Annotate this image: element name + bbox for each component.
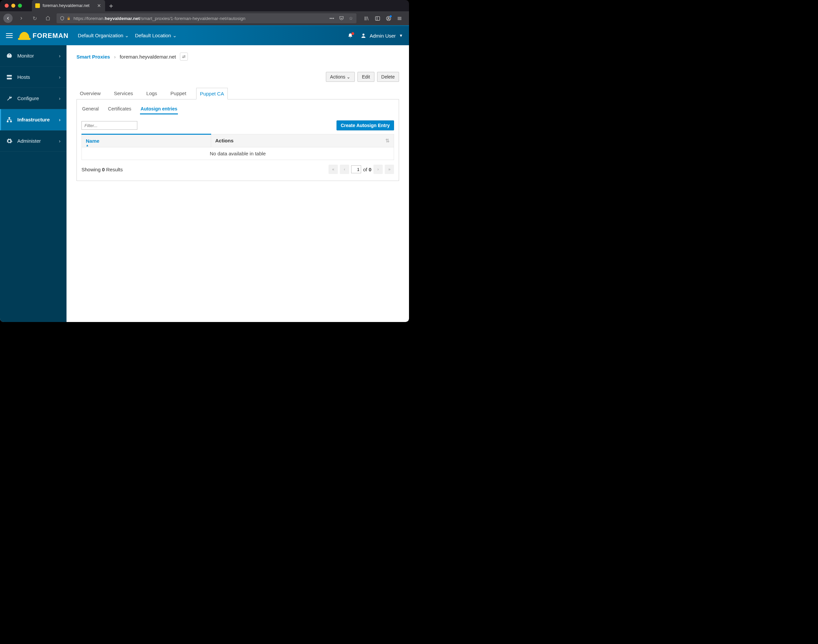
svg-rect-4 bbox=[375, 16, 380, 20]
pager-next-button[interactable]: › bbox=[374, 165, 383, 174]
sidebar-item-monitor[interactable]: Monitor › bbox=[0, 45, 66, 66]
organization-dropdown[interactable]: Default Organization bbox=[78, 32, 129, 38]
server-icon bbox=[6, 74, 13, 81]
window-close-icon[interactable] bbox=[5, 4, 9, 8]
page-actions: Actions ⌄ Edit Delete bbox=[77, 72, 399, 82]
svg-rect-18 bbox=[10, 121, 12, 122]
autosign-table: Name ▴ Actions ⇅ No dat bbox=[81, 134, 394, 160]
foreman-app: FOREMAN Default Organization Default Loc… bbox=[0, 26, 409, 322]
svg-point-14 bbox=[8, 75, 8, 76]
window-minimize-icon[interactable] bbox=[11, 4, 15, 8]
brand[interactable]: FOREMAN bbox=[19, 32, 69, 40]
pager-of-label: of 0 bbox=[363, 167, 371, 172]
pager-first-button[interactable]: « bbox=[329, 165, 338, 174]
svg-rect-16 bbox=[9, 117, 10, 118]
favicon-icon bbox=[35, 3, 40, 8]
sidebar-item-infrastructure[interactable]: Infrastructure › bbox=[0, 109, 66, 130]
filter-input[interactable] bbox=[81, 121, 137, 130]
svg-point-7 bbox=[388, 17, 389, 18]
tab-puppet-ca[interactable]: Puppet CA bbox=[196, 88, 228, 100]
location-dropdown[interactable]: Default Location bbox=[135, 32, 177, 38]
pager-page-input[interactable] bbox=[351, 165, 361, 173]
bookmark-star-icon[interactable]: ☆ bbox=[349, 15, 353, 21]
svg-point-15 bbox=[8, 78, 8, 79]
sidebar: Monitor › Hosts › Configure › Infrastruc… bbox=[0, 45, 66, 322]
nav-forward-button[interactable] bbox=[17, 14, 26, 23]
sidebar-item-administer[interactable]: Administer › bbox=[0, 130, 66, 152]
main-content: Smart Proxies › foreman.heyvaldemar.net … bbox=[66, 45, 409, 322]
caret-down-icon: ⌄ bbox=[346, 74, 351, 80]
browser-tab-strip: foreman.heyvaldemar.net ✕ ＋ bbox=[0, 0, 409, 11]
tab-logs[interactable]: Logs bbox=[143, 88, 161, 99]
window-zoom-icon[interactable] bbox=[18, 4, 22, 8]
nav-back-button[interactable] bbox=[3, 14, 13, 23]
caret-down-icon: ▼ bbox=[399, 33, 403, 38]
chevron-right-icon: › bbox=[59, 53, 61, 58]
subtab-autosign-entries[interactable]: Autosign entries bbox=[140, 104, 178, 114]
user-name: Admin User bbox=[370, 33, 396, 38]
table-empty-text: No data available in table bbox=[82, 147, 394, 160]
brand-text: FOREMAN bbox=[32, 32, 69, 40]
sidebar-item-configure[interactable]: Configure › bbox=[0, 88, 66, 109]
delete-button[interactable]: Delete bbox=[377, 72, 399, 82]
browser-right-icons bbox=[360, 15, 406, 21]
browser-window: foreman.heyvaldemar.net ✕ ＋ ↻ https://fo… bbox=[0, 0, 409, 322]
nav-toggle-button[interactable] bbox=[6, 33, 13, 38]
nav-reload-button[interactable]: ↻ bbox=[30, 14, 39, 23]
library-icon[interactable] bbox=[364, 15, 369, 21]
showing-results: Showing 0 Results bbox=[81, 167, 123, 172]
gear-icon bbox=[6, 138, 13, 144]
breadcrumb-current: foreman.heyvaldemar.net bbox=[120, 54, 176, 60]
browser-tab-title: foreman.heyvaldemar.net bbox=[43, 3, 89, 8]
notifications-icon[interactable] bbox=[348, 33, 353, 38]
browser-toolbar: ↻ https://foreman.heyvaldemar.net/smart_… bbox=[0, 11, 409, 25]
user-menu[interactable]: Admin User ▼ bbox=[360, 32, 403, 38]
svg-line-3 bbox=[368, 16, 368, 20]
sidebar-toggle-icon[interactable] bbox=[375, 15, 380, 21]
pocket-icon[interactable] bbox=[339, 15, 344, 21]
sidebar-item-label: Monitor bbox=[17, 53, 34, 58]
tab-overview[interactable]: Overview bbox=[77, 88, 104, 99]
nav-home-button[interactable] bbox=[43, 14, 52, 23]
network-icon bbox=[6, 117, 13, 123]
chevron-right-icon: › bbox=[59, 117, 61, 123]
address-bar[interactable]: https://foreman.heyvaldemar.net/smart_pr… bbox=[57, 13, 357, 23]
table-toolbar: Create Autosign Entry bbox=[81, 120, 394, 130]
col-name-header[interactable]: Name ▴ bbox=[82, 134, 211, 147]
swap-button[interactable]: ⇄ bbox=[180, 52, 188, 61]
chevron-right-icon: › bbox=[59, 96, 61, 101]
lock-warning-icon bbox=[66, 16, 71, 21]
actions-dropdown[interactable]: Actions ⌄ bbox=[326, 72, 355, 82]
tab-services[interactable]: Services bbox=[111, 88, 137, 99]
chevron-right-icon: › bbox=[59, 75, 61, 80]
create-autosign-entry-button[interactable]: Create Autosign Entry bbox=[337, 120, 394, 130]
svg-point-11 bbox=[363, 34, 365, 35]
pager-last-button[interactable]: » bbox=[385, 165, 394, 174]
meatball-icon[interactable]: ••• bbox=[329, 16, 334, 21]
main-tabs: Overview Services Logs Puppet Puppet CA bbox=[77, 88, 399, 100]
breadcrumb: Smart Proxies › foreman.heyvaldemar.net … bbox=[77, 52, 399, 61]
tab-panel: General Certificates Autosign entries Cr… bbox=[77, 100, 399, 181]
breadcrumb-root[interactable]: Smart Proxies bbox=[77, 54, 110, 60]
tachometer-icon bbox=[6, 52, 13, 59]
new-tab-button[interactable]: ＋ bbox=[108, 2, 114, 9]
col-actions-header[interactable]: Actions ⇅ bbox=[211, 134, 394, 147]
sort-icon: ⇅ bbox=[385, 138, 390, 144]
tab-close-icon[interactable]: ✕ bbox=[97, 3, 102, 8]
user-icon bbox=[360, 32, 366, 38]
tab-puppet[interactable]: Puppet bbox=[167, 88, 190, 99]
sort-asc-icon: ▴ bbox=[86, 143, 88, 147]
profile-icon[interactable] bbox=[386, 15, 391, 21]
sidebar-item-label: Infrastructure bbox=[17, 117, 50, 123]
subtab-general[interactable]: General bbox=[81, 104, 100, 114]
sidebar-item-hosts[interactable]: Hosts › bbox=[0, 66, 66, 88]
hamburger-menu-icon[interactable] bbox=[397, 15, 402, 21]
svg-rect-12 bbox=[7, 75, 12, 77]
browser-tab[interactable]: foreman.heyvaldemar.net ✕ bbox=[32, 0, 105, 11]
shield-icon bbox=[60, 16, 64, 21]
subtab-certificates[interactable]: Certificates bbox=[107, 104, 132, 114]
pager-prev-button[interactable]: ‹ bbox=[340, 165, 349, 174]
context-selectors: Default Organization Default Location bbox=[78, 32, 177, 38]
edit-button[interactable]: Edit bbox=[357, 72, 374, 82]
wrench-icon bbox=[6, 95, 13, 102]
